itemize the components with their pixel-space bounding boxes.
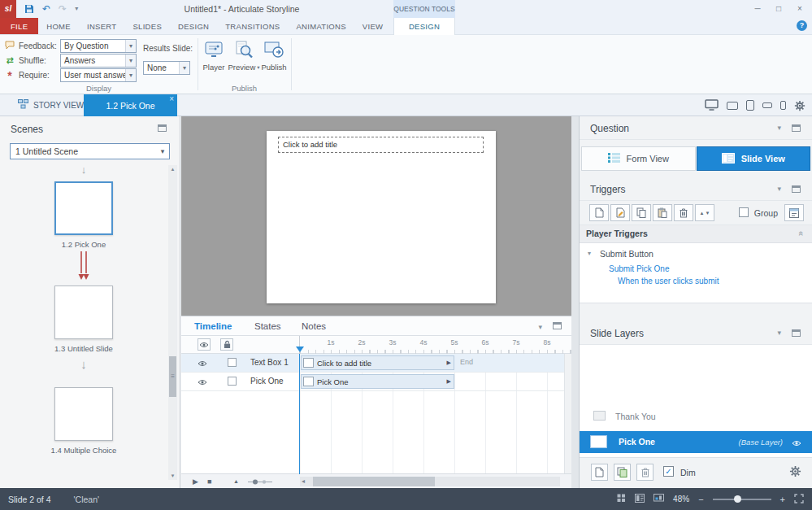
row-checkbox[interactable] — [228, 377, 237, 386]
close-button[interactable]: × — [789, 0, 810, 18]
trigger-panel-options-icon[interactable] — [784, 204, 804, 221]
story-view-tab[interactable]: STORY VIEW — [8, 94, 93, 116]
layer-eye-icon[interactable] — [792, 438, 801, 448]
trigger-group-caret-icon[interactable]: ▾ — [588, 250, 591, 257]
tab-transitions[interactable]: TRANSITIONS — [217, 18, 288, 34]
trigger-action-link[interactable]: Submit Pick One — [609, 264, 669, 273]
maximize-button[interactable]: □ — [768, 0, 789, 18]
timeline-ruler[interactable]: 1s 2s 3s 4s 5s 6s 7s 8s — [299, 336, 571, 354]
scroll-up-icon[interactable]: ▲ — [168, 165, 177, 173]
scrollbar-thumb[interactable]: ≡ — [169, 356, 176, 397]
desktop-preview-icon[interactable] — [705, 99, 719, 112]
row-checkbox[interactable] — [228, 358, 237, 367]
trigger-condition-link[interactable]: When the user clicks submit — [618, 277, 719, 286]
caret-down-icon[interactable]: ▾ — [125, 54, 136, 67]
stop-icon[interactable]: ■ — [207, 477, 211, 486]
tab-slides[interactable]: SLIDES — [124, 18, 170, 34]
panel-splitter[interactable] — [571, 116, 579, 488]
layer-row-pick-one[interactable]: Pick One (Base Layer) — [580, 431, 812, 453]
app-logo-icon[interactable]: sl — [0, 0, 16, 18]
playhead-marker[interactable] — [296, 347, 304, 352]
layer-row-thank-you[interactable]: Thank You — [580, 407, 812, 427]
triggers-undock-icon[interactable] — [792, 185, 801, 193]
lock-all-icon[interactable] — [220, 338, 233, 351]
layers-undock-icon[interactable] — [792, 329, 801, 337]
slide-stage[interactable]: Click to add title — [267, 131, 496, 303]
tablet-portrait-preview-icon[interactable] — [746, 100, 754, 111]
timeline-row-textbox[interactable]: Text Box 1 Click to add title ▶ End — [181, 354, 564, 373]
scroll-down-icon[interactable]: ▼ — [168, 472, 177, 480]
tab-question-tools-design[interactable]: DESIGN — [393, 18, 455, 35]
zoom-percentage[interactable]: 48% — [673, 495, 689, 503]
tab-states[interactable]: States — [254, 316, 281, 336]
redo-icon[interactable]: ↷ — [59, 4, 67, 14]
copy-trigger-icon[interactable] — [632, 204, 651, 221]
layer-properties-gear-icon[interactable] — [789, 465, 801, 479]
layers-menu-caret-icon[interactable]: ▾ — [777, 329, 781, 337]
question-menu-caret-icon[interactable]: ▾ — [777, 124, 781, 132]
edit-trigger-icon[interactable] — [610, 204, 630, 221]
scroll-left-icon[interactable]: ◂ — [302, 477, 305, 485]
results-slide-select[interactable]: None ▾ — [143, 61, 190, 75]
undo-icon[interactable]: ↶ — [42, 4, 50, 14]
reading-view-icon[interactable] — [635, 494, 645, 504]
fit-to-window-icon[interactable] — [794, 494, 804, 505]
duplicate-layer-icon[interactable] — [614, 464, 631, 481]
tab-home[interactable]: HOME — [38, 18, 79, 34]
scenes-undock-icon[interactable] — [158, 124, 167, 132]
caret-down-icon[interactable]: ▾ — [125, 69, 136, 81]
eye-icon[interactable] — [198, 359, 207, 368]
timeline-row-pickone[interactable]: Pick One Pick One ▶ — [181, 373, 564, 391]
zoom-slider-knob[interactable] — [734, 495, 741, 503]
title-placeholder[interactable]: Click to add title — [278, 137, 484, 153]
bar-expand-icon[interactable]: ▶ — [447, 360, 451, 366]
timeline-vertical-scrollbar[interactable] — [564, 354, 571, 473]
show-hide-all-eye-icon[interactable] — [198, 338, 211, 351]
timeline-zoom-slider[interactable] — [248, 478, 272, 487]
preview-mode-icon[interactable] — [654, 494, 664, 504]
caret-down-icon[interactable]: ▾ — [125, 40, 136, 52]
bar-expand-icon[interactable]: ▶ — [447, 378, 451, 385]
trigger-group-title[interactable]: Submit Button — [600, 249, 654, 259]
slide-tab-active[interactable]: 1.2 Pick One × — [84, 94, 177, 116]
slide-view-button[interactable]: Slide View — [697, 146, 811, 171]
play-icon[interactable]: ▶ — [193, 477, 198, 486]
tab-file[interactable]: FILE — [0, 18, 38, 34]
collapse-rows-icon[interactable]: ▲ — [233, 477, 239, 486]
scene-select[interactable]: 1 Untitled Scene ▾ — [10, 143, 170, 159]
phone-landscape-preview-icon[interactable] — [762, 102, 772, 108]
timeline-bar-pickone[interactable]: Pick One ▶ — [301, 374, 454, 389]
group-triggers-checkbox[interactable] — [739, 207, 749, 217]
help-icon[interactable]: ? — [797, 20, 807, 31]
grid-view-icon[interactable] — [617, 494, 626, 504]
new-trigger-icon[interactable] — [589, 204, 609, 221]
timeline-bar-textbox[interactable]: Click to add title ▶ — [301, 355, 454, 370]
save-icon[interactable] — [24, 4, 34, 14]
slide-thumbnail-1-3[interactable] — [54, 286, 113, 339]
paste-trigger-icon[interactable] — [653, 204, 672, 221]
tab-insert[interactable]: INSERT — [79, 18, 124, 34]
timeline-undock-icon[interactable] — [553, 322, 562, 329]
require-select[interactable]: User must answer ▾ — [60, 68, 137, 82]
scrollbar-thumb[interactable] — [313, 477, 435, 486]
timeline-menu-caret-icon[interactable]: ▾ — [538, 323, 542, 331]
player-button[interactable]: Player — [199, 40, 228, 72]
slide-thumbnail-1-2[interactable] — [54, 181, 113, 235]
player-settings-gear-icon[interactable] — [794, 100, 805, 113]
question-undock-icon[interactable] — [792, 124, 801, 132]
tab-animations[interactable]: ANIMATIONS — [288, 18, 354, 34]
zoom-out-icon[interactable]: − — [698, 495, 703, 504]
minimize-button[interactable]: ─ — [747, 0, 768, 18]
feedback-select[interactable]: By Question ▾ — [60, 39, 137, 53]
delete-trigger-icon[interactable] — [674, 204, 693, 221]
customize-toolbar-caret-icon[interactable]: ▾ — [75, 6, 78, 12]
form-view-button[interactable]: Form View — [581, 146, 696, 171]
tab-timeline[interactable]: Timeline — [194, 316, 232, 336]
tablet-landscape-preview-icon[interactable] — [727, 102, 738, 110]
collapse-all-icon[interactable]: « — [797, 231, 806, 236]
caret-down-icon[interactable]: ▾ — [156, 147, 169, 155]
delete-layer-icon[interactable] — [636, 464, 654, 481]
publish-button[interactable]: Publish — [259, 40, 289, 72]
phone-portrait-preview-icon[interactable] — [780, 101, 786, 110]
tab-notes[interactable]: Notes — [302, 316, 326, 336]
